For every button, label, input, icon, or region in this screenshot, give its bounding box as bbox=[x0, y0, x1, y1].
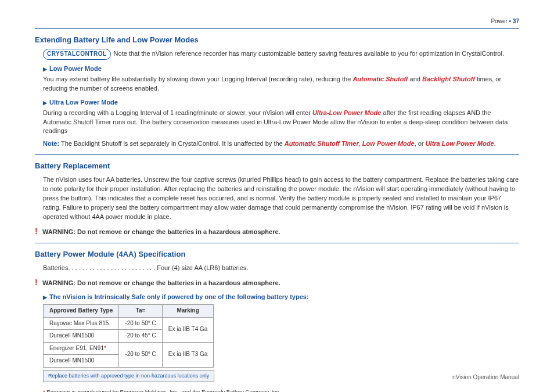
heading-battery-replacement: Battery Replacement bbox=[35, 161, 519, 172]
note-paragraph: Note: The Backlight Shutoff is set separ… bbox=[43, 139, 519, 149]
table-row: Rayovac Max Plus 815 -20 to 50° C Ex ia … bbox=[44, 317, 214, 330]
note-label: Note: bbox=[43, 140, 59, 147]
low-power-mode-heading: Low Power Mode bbox=[43, 64, 519, 74]
table-header-row: Approved Battery Type Ta= Marking bbox=[44, 305, 214, 318]
battery-replacement-block: The nVision uses four AA batteries. Unsc… bbox=[35, 175, 519, 237]
warning-row-2: ! WARNING: Do not remove or change the b… bbox=[43, 276, 519, 288]
intrinsically-safe-heading: The nVision is Intrinsically Safe only i… bbox=[43, 293, 519, 302]
col-marking: Marking bbox=[162, 305, 214, 318]
warning-text-1: Do not remove or change the batteries in… bbox=[75, 228, 280, 235]
warning-label: WARNING: bbox=[42, 228, 75, 235]
asterisk: * bbox=[104, 345, 106, 351]
table-row: Energizer E91, EN91* -20 to 50° C Ex ia … bbox=[44, 342, 214, 355]
ultra-low-power-term: Ultra-Low Power Mode bbox=[312, 109, 382, 116]
page-number: 37 bbox=[513, 18, 519, 24]
heading-battery-power-module: Battery Power Module (4AA) Specification bbox=[35, 249, 519, 260]
ulpm-paragraph: During a recording with a Logging Interv… bbox=[43, 109, 519, 136]
automatic-shutoff-term: Automatic Shutoff bbox=[352, 75, 408, 82]
warning-row-1: ! WARNING: Do not remove or change the b… bbox=[43, 225, 519, 237]
battery-table: Approved Battery Type Ta= Marking Rayova… bbox=[43, 304, 214, 368]
bullet: • bbox=[509, 18, 512, 24]
lpm-paragraph: You may extend battery life substantiall… bbox=[43, 75, 519, 93]
section-name: Power bbox=[491, 18, 507, 24]
warning-label: WARNING: bbox=[42, 279, 75, 286]
col-type: Approved Battery Type bbox=[44, 305, 119, 318]
battery-replacement-text: The nVision uses four AA batteries. Unsc… bbox=[43, 175, 519, 222]
section-rule bbox=[35, 243, 519, 243]
triangle-icon bbox=[43, 293, 49, 300]
warning-icon: ! bbox=[35, 276, 41, 288]
section-rule bbox=[35, 154, 519, 155]
intro-block: CRYSTALCONTROL Note that the nVision ref… bbox=[35, 49, 519, 149]
page-header: Power • 37 bbox=[35, 17, 519, 26]
triangle-icon bbox=[43, 65, 49, 72]
backlight-shutoff-term: Backlight Shutoff bbox=[422, 75, 475, 82]
table-footer-note: Replace batteries with approved type in … bbox=[43, 370, 214, 382]
spec-block: Batteries. . . . . . . . . . . . . . . .… bbox=[35, 264, 519, 392]
ultra-low-power-mode-heading: Ultra Low Power Mode bbox=[43, 98, 519, 107]
footer-text: nVision Operation Manual bbox=[452, 373, 519, 382]
intro-line: CRYSTALCONTROL Note that the nVision ref… bbox=[43, 49, 519, 60]
energizer-footnote: * Energizer is manufactured by Energizer… bbox=[43, 388, 519, 392]
crystalcontrol-badge: CRYSTALCONTROL bbox=[43, 49, 111, 60]
spec-line: Batteries. . . . . . . . . . . . . . . .… bbox=[43, 264, 519, 273]
header-rule bbox=[35, 28, 519, 29]
warning-icon: ! bbox=[35, 225, 41, 237]
triangle-icon bbox=[43, 99, 49, 106]
col-ta: Ta= bbox=[119, 305, 162, 318]
intro-text: Note that the nVision reference recorder… bbox=[114, 51, 504, 57]
warning-text-2: Do not remove or change the batteries in… bbox=[75, 279, 280, 286]
heading-extending-battery: Extending Battery Life and Low Power Mod… bbox=[35, 35, 519, 46]
